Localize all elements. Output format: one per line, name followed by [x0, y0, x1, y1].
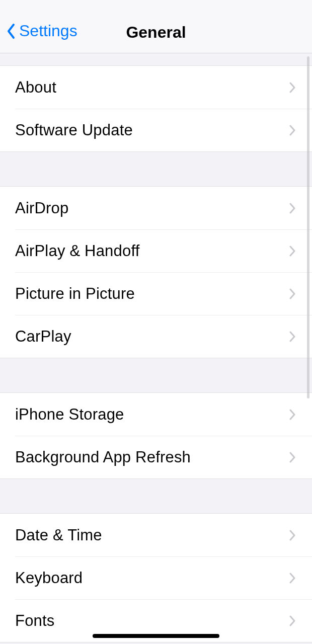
row-background-app-refresh[interactable]: Background App Refresh — [15, 436, 312, 478]
chevron-left-icon — [6, 23, 16, 40]
row-label: AirPlay & Handoff — [15, 242, 140, 260]
navigation-bar: Settings General — [0, 0, 312, 53]
row-airplay-handoff[interactable]: AirPlay & Handoff — [15, 229, 312, 272]
chevron-right-icon — [289, 529, 297, 541]
row-carplay[interactable]: CarPlay — [15, 315, 312, 358]
row-about[interactable]: About — [0, 66, 312, 109]
row-label: AirDrop — [15, 199, 68, 217]
chevron-right-icon — [289, 615, 297, 627]
row-label: Keyboard — [15, 569, 83, 587]
chevron-right-icon — [289, 202, 297, 214]
section-airdrop: AirDrop AirPlay & Handoff Picture in Pic… — [0, 186, 312, 358]
row-iphone-storage[interactable]: iPhone Storage — [0, 393, 312, 436]
chevron-right-icon — [289, 124, 297, 136]
row-airdrop[interactable]: AirDrop — [0, 187, 312, 229]
row-label: CarPlay — [15, 328, 71, 346]
row-label: Background App Refresh — [15, 448, 191, 466]
row-label: Software Update — [15, 121, 133, 139]
row-keyboard[interactable]: Keyboard — [15, 556, 312, 599]
row-label: Picture in Picture — [15, 285, 135, 303]
section-about: About Software Update — [0, 65, 312, 152]
back-button[interactable]: Settings — [6, 22, 77, 40]
content-scroll[interactable]: About Software Update AirDrop AirPlay & … — [0, 53, 312, 644]
page-title: General — [126, 23, 186, 42]
home-indicator[interactable] — [93, 634, 219, 638]
scroll-indicator[interactable] — [307, 56, 309, 398]
row-date-time[interactable]: Date & Time — [0, 514, 312, 556]
section-storage: iPhone Storage Background App Refresh — [0, 392, 312, 479]
back-label: Settings — [19, 22, 77, 40]
row-software-update[interactable]: Software Update — [15, 109, 312, 151]
chevron-right-icon — [289, 331, 297, 343]
chevron-right-icon — [289, 82, 297, 94]
row-label: Date & Time — [15, 526, 102, 544]
row-picture-in-picture[interactable]: Picture in Picture — [15, 272, 312, 315]
chevron-right-icon — [289, 572, 297, 584]
row-label: About — [15, 78, 56, 97]
chevron-right-icon — [289, 288, 297, 300]
row-label: iPhone Storage — [15, 406, 124, 424]
chevron-right-icon — [289, 245, 297, 257]
chevron-right-icon — [289, 409, 297, 421]
chevron-right-icon — [289, 451, 297, 463]
section-datetime: Date & Time Keyboard Fonts — [0, 513, 312, 642]
row-label: Fonts — [15, 612, 55, 630]
